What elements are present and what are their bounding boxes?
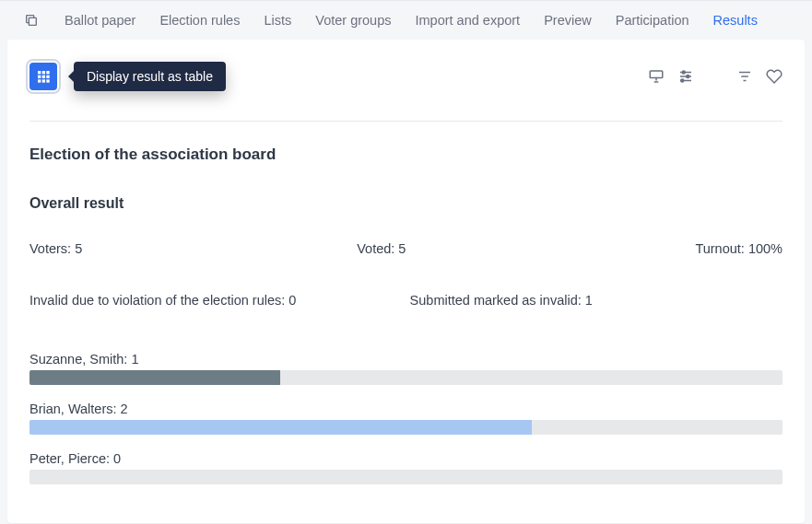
candidate-bar-track (29, 370, 783, 385)
filter-icon[interactable] (736, 68, 753, 85)
section-title: Overall result (29, 195, 783, 212)
voted-stat: Voted: 5 (357, 241, 406, 256)
svg-point-16 (681, 79, 684, 82)
results-card: Display result as table (7, 40, 805, 523)
candidate-label: Peter, Pierce: 0 (29, 451, 783, 466)
candidate-bar-fill (29, 420, 532, 435)
top-nav: Ballot paperElection rulesListsVoter gro… (0, 0, 812, 40)
svg-rect-5 (42, 76, 45, 78)
tabs: Ballot paperElection rulesListsVoter gro… (65, 13, 758, 28)
svg-rect-10 (650, 71, 663, 78)
display-table-button[interactable] (29, 63, 57, 90)
svg-rect-2 (42, 71, 45, 74)
tab-results[interactable]: Results (713, 13, 758, 28)
stats-row-2: Invalid due to violation of the election… (29, 293, 783, 308)
display-table-tooltip: Display result as table (74, 62, 226, 91)
tab-ballot-paper[interactable]: Ballot paper (65, 13, 135, 28)
svg-rect-3 (46, 71, 49, 74)
turnout-stat: Turnout: 100% (695, 241, 783, 256)
svg-rect-7 (38, 79, 41, 82)
voters-stat: Voters: 5 (29, 241, 82, 256)
svg-rect-9 (46, 79, 49, 82)
svg-point-12 (682, 71, 685, 74)
svg-rect-8 (42, 79, 45, 82)
tab-election-rules[interactable]: Election rules (159, 13, 240, 28)
tab-lists[interactable]: Lists (264, 13, 291, 28)
candidate-label: Brian, Walters: 2 (29, 402, 783, 416)
svg-rect-6 (46, 76, 49, 78)
copy-icon[interactable] (24, 12, 41, 29)
candidates-list: Suzanne, Smith: 1Brian, Walters: 2Peter,… (29, 352, 783, 484)
candidate-row: Brian, Walters: 2 (29, 402, 783, 435)
marked-invalid-stat: Submitted marked as invalid: 1 (410, 293, 593, 308)
card-toolbar: Display result as table (29, 62, 783, 122)
svg-rect-1 (38, 71, 41, 74)
candidate-bar-fill (29, 370, 280, 385)
page-title: Election of the association board (29, 146, 783, 164)
tab-participation[interactable]: Participation (616, 13, 689, 28)
candidate-row: Peter, Pierce: 0 (29, 451, 783, 484)
invalid-stat: Invalid due to violation of the election… (29, 293, 410, 308)
svg-rect-4 (38, 76, 41, 78)
presentation-icon[interactable] (648, 68, 665, 85)
stats-row-1: Voters: 5 Voted: 5 Turnout: 100% (29, 241, 783, 256)
tab-import-and-export[interactable]: Import and export (416, 13, 521, 28)
candidate-label: Suzanne, Smith: 1 (29, 352, 783, 367)
sliders-icon[interactable] (677, 68, 694, 85)
candidate-bar-track (29, 470, 783, 484)
heart-icon[interactable] (766, 68, 783, 85)
candidate-bar-track (29, 420, 783, 435)
svg-point-14 (687, 76, 689, 78)
svg-rect-0 (29, 17, 36, 25)
candidate-row: Suzanne, Smith: 1 (29, 352, 783, 385)
tab-preview[interactable]: Preview (544, 13, 592, 28)
tab-voter-groups[interactable]: Voter groups (315, 13, 391, 28)
